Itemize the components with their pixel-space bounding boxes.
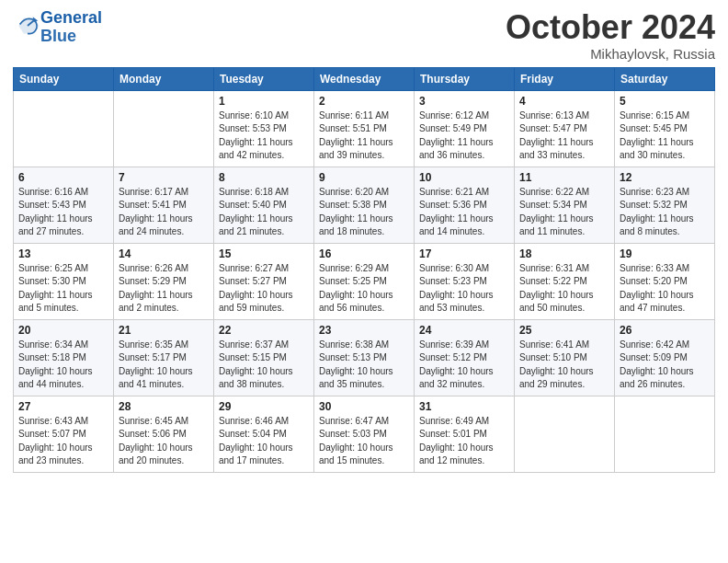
- day-number: 27: [18, 400, 108, 413]
- table-row: [114, 90, 214, 167]
- day-info: Sunrise: 6:41 AMSunset: 5:10 PMDaylight:…: [519, 339, 609, 392]
- day-number: 7: [119, 171, 209, 184]
- day-info: Sunrise: 6:29 AMSunset: 5:25 PMDaylight:…: [319, 262, 409, 316]
- day-number: 28: [119, 400, 209, 413]
- day-number: 29: [219, 400, 309, 413]
- table-row: 16Sunrise: 6:29 AMSunset: 5:25 PMDayligh…: [314, 243, 415, 319]
- table-row: 11Sunrise: 6:22 AMSunset: 5:34 PMDayligh…: [515, 167, 615, 243]
- table-row: 14Sunrise: 6:26 AMSunset: 5:29 PMDayligh…: [114, 243, 214, 319]
- table-row: 7Sunrise: 6:17 AMSunset: 5:41 PMDaylight…: [114, 167, 214, 243]
- day-info: Sunrise: 6:30 AMSunset: 5:23 PMDaylight:…: [419, 262, 509, 316]
- table-row: 22Sunrise: 6:37 AMSunset: 5:15 PMDayligh…: [214, 319, 314, 396]
- table-row: 26Sunrise: 6:42 AMSunset: 5:09 PMDayligh…: [615, 319, 715, 396]
- day-info: Sunrise: 6:34 AMSunset: 5:18 PMDaylight:…: [18, 339, 108, 392]
- day-info: Sunrise: 6:45 AMSunset: 5:06 PMDaylight:…: [119, 415, 209, 468]
- day-info: Sunrise: 6:33 AMSunset: 5:20 PMDaylight:…: [620, 262, 710, 316]
- table-row: [515, 396, 615, 472]
- col-friday: Friday: [515, 67, 615, 90]
- day-info: Sunrise: 6:23 AMSunset: 5:32 PMDaylight:…: [620, 186, 710, 239]
- location-subtitle: Mikhaylovsk, Russia: [506, 46, 715, 62]
- table-row: [14, 90, 114, 167]
- day-number: 5: [620, 95, 710, 108]
- table-row: 4Sunrise: 6:13 AMSunset: 5:47 PMDaylight…: [515, 90, 615, 167]
- table-row: 25Sunrise: 6:41 AMSunset: 5:10 PMDayligh…: [515, 319, 615, 396]
- day-number: 14: [119, 247, 209, 260]
- logo-icon: [15, 13, 40, 39]
- day-number: 1: [219, 95, 309, 108]
- day-number: 19: [620, 247, 710, 260]
- day-info: Sunrise: 6:10 AMSunset: 5:53 PMDaylight:…: [219, 109, 309, 163]
- day-info: Sunrise: 6:38 AMSunset: 5:13 PMDaylight:…: [319, 339, 409, 392]
- table-row: 1Sunrise: 6:10 AMSunset: 5:53 PMDaylight…: [214, 90, 314, 167]
- day-info: Sunrise: 6:27 AMSunset: 5:27 PMDaylight:…: [219, 262, 309, 316]
- title-block: October 2024 Mikhaylovsk, Russia: [506, 9, 715, 62]
- day-number: 18: [519, 247, 609, 260]
- table-row: 9Sunrise: 6:20 AMSunset: 5:38 PMDaylight…: [314, 167, 415, 243]
- day-number: 6: [18, 171, 108, 184]
- day-number: 16: [319, 247, 409, 260]
- col-monday: Monday: [114, 67, 214, 90]
- table-row: 20Sunrise: 6:34 AMSunset: 5:18 PMDayligh…: [14, 319, 114, 396]
- day-info: Sunrise: 6:31 AMSunset: 5:22 PMDaylight:…: [519, 262, 609, 316]
- day-info: Sunrise: 6:26 AMSunset: 5:29 PMDaylight:…: [119, 262, 209, 316]
- day-info: Sunrise: 6:49 AMSunset: 5:01 PMDaylight:…: [419, 415, 509, 468]
- day-number: 2: [319, 95, 409, 108]
- day-info: Sunrise: 6:35 AMSunset: 5:17 PMDaylight:…: [119, 339, 209, 392]
- col-saturday: Saturday: [615, 67, 715, 90]
- day-number: 23: [319, 324, 409, 337]
- day-number: 26: [620, 324, 710, 337]
- table-row: 8Sunrise: 6:18 AMSunset: 5:40 PMDaylight…: [214, 167, 314, 243]
- day-number: 30: [319, 400, 409, 413]
- day-info: Sunrise: 6:20 AMSunset: 5:38 PMDaylight:…: [319, 186, 409, 239]
- table-row: 31Sunrise: 6:49 AMSunset: 5:01 PMDayligh…: [415, 396, 515, 472]
- day-number: 10: [419, 171, 509, 184]
- calendar-week-5: 27Sunrise: 6:43 AMSunset: 5:07 PMDayligh…: [14, 396, 715, 472]
- calendar-week-4: 20Sunrise: 6:34 AMSunset: 5:18 PMDayligh…: [14, 319, 715, 396]
- day-info: Sunrise: 6:47 AMSunset: 5:03 PMDaylight:…: [319, 415, 409, 468]
- table-row: 15Sunrise: 6:27 AMSunset: 5:27 PMDayligh…: [214, 243, 314, 319]
- logo-general: General: [40, 8, 102, 27]
- table-row: 28Sunrise: 6:45 AMSunset: 5:06 PMDayligh…: [114, 396, 214, 472]
- table-row: 21Sunrise: 6:35 AMSunset: 5:17 PMDayligh…: [114, 319, 214, 396]
- day-number: 22: [219, 324, 309, 337]
- col-thursday: Thursday: [415, 67, 515, 90]
- day-number: 24: [419, 324, 509, 337]
- day-number: 31: [419, 400, 509, 413]
- day-info: Sunrise: 6:16 AMSunset: 5:43 PMDaylight:…: [18, 186, 108, 239]
- table-row: 23Sunrise: 6:38 AMSunset: 5:13 PMDayligh…: [314, 319, 415, 396]
- table-row: 24Sunrise: 6:39 AMSunset: 5:12 PMDayligh…: [415, 319, 515, 396]
- day-number: 15: [219, 247, 309, 260]
- month-title: October 2024: [506, 9, 715, 46]
- day-number: 21: [119, 324, 209, 337]
- day-info: Sunrise: 6:39 AMSunset: 5:12 PMDaylight:…: [419, 339, 509, 392]
- table-row: 3Sunrise: 6:12 AMSunset: 5:49 PMDaylight…: [415, 90, 515, 167]
- day-info: Sunrise: 6:13 AMSunset: 5:47 PMDaylight:…: [519, 109, 609, 163]
- table-row: 2Sunrise: 6:11 AMSunset: 5:51 PMDaylight…: [314, 90, 415, 167]
- table-row: 10Sunrise: 6:21 AMSunset: 5:36 PMDayligh…: [415, 167, 515, 243]
- day-info: Sunrise: 6:22 AMSunset: 5:34 PMDaylight:…: [519, 186, 609, 239]
- day-info: Sunrise: 6:15 AMSunset: 5:45 PMDaylight:…: [620, 109, 710, 163]
- logo: General Blue: [13, 9, 102, 46]
- calendar-week-2: 6Sunrise: 6:16 AMSunset: 5:43 PMDaylight…: [14, 167, 715, 243]
- page-container: General Blue October 2024 Mikhaylovsk, R…: [0, 0, 728, 478]
- calendar-week-3: 13Sunrise: 6:25 AMSunset: 5:30 PMDayligh…: [14, 243, 715, 319]
- col-sunday: Sunday: [14, 67, 114, 90]
- logo-blue: Blue: [40, 27, 76, 45]
- table-row: 27Sunrise: 6:43 AMSunset: 5:07 PMDayligh…: [14, 396, 114, 472]
- col-wednesday: Wednesday: [314, 67, 415, 90]
- table-row: 5Sunrise: 6:15 AMSunset: 5:45 PMDaylight…: [615, 90, 715, 167]
- day-number: 13: [18, 247, 108, 260]
- table-row: 6Sunrise: 6:16 AMSunset: 5:43 PMDaylight…: [14, 167, 114, 243]
- table-row: 19Sunrise: 6:33 AMSunset: 5:20 PMDayligh…: [615, 243, 715, 319]
- day-number: 4: [519, 95, 609, 108]
- day-info: Sunrise: 6:43 AMSunset: 5:07 PMDaylight:…: [18, 415, 108, 468]
- header-row: General Blue October 2024 Mikhaylovsk, R…: [13, 9, 715, 62]
- table-row: [615, 396, 715, 472]
- calendar-table: Sunday Monday Tuesday Wednesday Thursday…: [13, 67, 715, 473]
- day-number: 9: [319, 171, 409, 184]
- day-info: Sunrise: 6:42 AMSunset: 5:09 PMDaylight:…: [620, 339, 710, 392]
- table-row: 29Sunrise: 6:46 AMSunset: 5:04 PMDayligh…: [214, 396, 314, 472]
- col-tuesday: Tuesday: [214, 67, 314, 90]
- day-info: Sunrise: 6:46 AMSunset: 5:04 PMDaylight:…: [219, 415, 309, 468]
- table-row: 18Sunrise: 6:31 AMSunset: 5:22 PMDayligh…: [515, 243, 615, 319]
